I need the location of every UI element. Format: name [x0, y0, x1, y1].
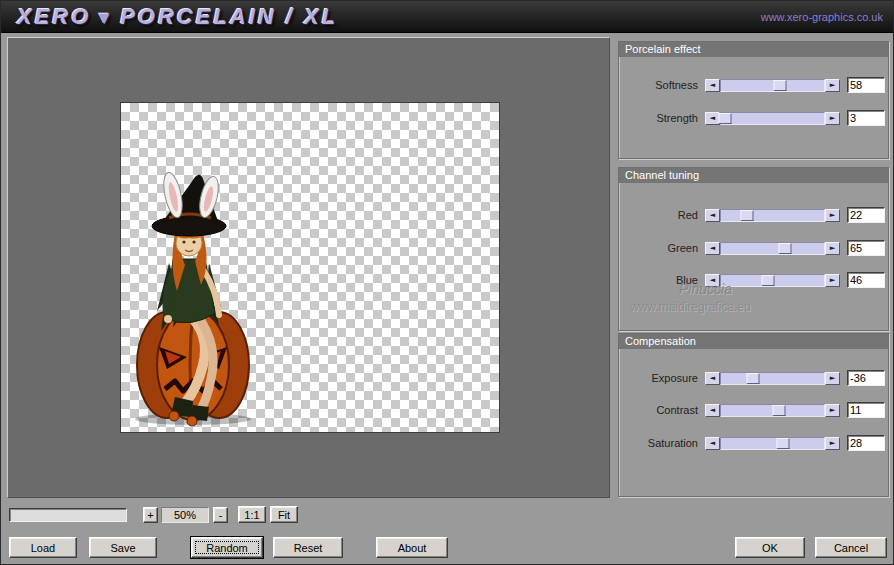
slider-left-arrow-button[interactable]: ◄	[705, 372, 720, 385]
slider-track[interactable]	[720, 209, 825, 222]
zoom-out-button[interactable]: -	[213, 507, 228, 523]
zoom-fit-button[interactable]: Fit	[270, 506, 298, 523]
slider-right-arrow-button[interactable]: ►	[825, 209, 840, 222]
slider-value-input[interactable]	[847, 240, 885, 256]
slider-left-arrow-button[interactable]: ◄	[705, 209, 720, 222]
slider-track[interactable]	[720, 79, 825, 92]
slider-row-red: Red ◄ ►	[619, 207, 885, 223]
zoom-in-button[interactable]: +	[143, 507, 158, 523]
watermark-signature: Pinuccia	[679, 281, 732, 297]
watermark-site: www.maidiregrafica.eu	[630, 300, 751, 314]
group-title: Compensation	[619, 334, 888, 349]
slider-track[interactable]	[720, 437, 825, 450]
slider-right-arrow-button[interactable]: ►	[825, 112, 840, 125]
cancel-button[interactable]: Cancel	[815, 537, 887, 558]
slider-thumb[interactable]	[773, 80, 786, 91]
slider-left-arrow-button[interactable]: ◄	[705, 437, 720, 450]
slider-label: Saturation	[619, 437, 705, 449]
group-title: Channel tuning	[619, 168, 888, 183]
slider-value-input[interactable]	[847, 110, 885, 126]
logo-v-icon: ▼	[95, 8, 116, 28]
slider-right-arrow-button[interactable]: ►	[825, 437, 840, 450]
slider-value-input[interactable]	[847, 435, 885, 451]
slider-thumb[interactable]	[740, 210, 753, 221]
slider-row-softness: Softness ◄ ►	[619, 77, 885, 93]
preview-artwork	[127, 165, 283, 427]
slider-track[interactable]	[720, 242, 825, 255]
random-button[interactable]: Random	[191, 537, 263, 558]
slider-label: Strength	[619, 112, 705, 124]
slider-value-input[interactable]	[847, 370, 885, 386]
reset-button[interactable]: Reset	[273, 537, 343, 558]
slider-track[interactable]	[720, 274, 825, 287]
zoom-actual-size-button[interactable]: 1:1	[238, 506, 266, 523]
app-logo: XERO▼PORCELAIN / XL	[17, 4, 338, 30]
slider-row-strength: Strength ◄ ►	[619, 110, 885, 126]
group-channel-tuning: Channel tuning Red ◄ ► Green ◄ ► Blue ◄	[618, 167, 889, 331]
slider-row-blue: Blue ◄ ►	[619, 272, 885, 288]
slider-left-arrow-button[interactable]: ◄	[705, 404, 720, 417]
slider-right-arrow-button[interactable]: ►	[825, 79, 840, 92]
slider-value-input[interactable]	[847, 402, 885, 418]
slider-row-exposure: Exposure ◄ ►	[619, 370, 885, 386]
preview-image[interactable]	[120, 102, 500, 433]
slider-thumb[interactable]	[719, 113, 732, 124]
slider-thumb[interactable]	[772, 405, 785, 416]
slider-left-arrow-button[interactable]: ◄	[705, 242, 720, 255]
slider-left-arrow-button[interactable]: ◄	[705, 79, 720, 92]
slider-label: Softness	[619, 79, 705, 91]
slider-value-input[interactable]	[847, 272, 885, 288]
slider-track[interactable]	[720, 404, 825, 417]
slider-track[interactable]	[720, 112, 825, 125]
zoom-level-display: 50%	[161, 507, 209, 523]
progress-bar	[9, 508, 127, 522]
group-title: Porcelain effect	[619, 42, 888, 57]
group-compensation: Compensation Exposure ◄ ► Contrast ◄ ► S…	[618, 333, 889, 497]
slider-row-saturation: Saturation ◄ ►	[619, 435, 885, 451]
plugin-window: XERO▼PORCELAIN / XL www.xero-graphics.co…	[0, 0, 894, 565]
slider-right-arrow-button[interactable]: ►	[825, 242, 840, 255]
slider-label: Contrast	[619, 404, 705, 416]
slider-value-input[interactable]	[847, 77, 885, 93]
slider-row-green: Green ◄ ►	[619, 240, 885, 256]
about-button[interactable]: About	[376, 537, 448, 558]
slider-row-contrast: Contrast ◄ ►	[619, 402, 885, 418]
logo-text-xero: XERO	[17, 4, 91, 29]
slider-label: Red	[619, 209, 705, 221]
slider-thumb[interactable]	[776, 438, 789, 449]
slider-track[interactable]	[720, 372, 825, 385]
slider-label: Green	[619, 242, 705, 254]
slider-label: Exposure	[619, 372, 705, 384]
logo-text-porcelain: PORCELAIN / XL	[120, 4, 338, 29]
slider-value-input[interactable]	[847, 207, 885, 223]
save-button[interactable]: Save	[89, 537, 157, 558]
ok-button[interactable]: OK	[735, 537, 805, 558]
slider-thumb[interactable]	[762, 275, 775, 286]
load-button[interactable]: Load	[9, 537, 77, 558]
group-porcelain-effect: Porcelain effect Softness ◄ ► Strength ◄…	[618, 41, 889, 159]
slider-right-arrow-button[interactable]: ►	[825, 274, 840, 287]
slider-thumb[interactable]	[778, 243, 791, 254]
slider-thumb[interactable]	[746, 373, 759, 384]
header-bar: XERO▼PORCELAIN / XL www.xero-graphics.co…	[1, 1, 893, 33]
slider-right-arrow-button[interactable]: ►	[825, 372, 840, 385]
slider-right-arrow-button[interactable]: ►	[825, 404, 840, 417]
website-link[interactable]: www.xero-graphics.co.uk	[761, 11, 883, 23]
preview-panel	[7, 37, 610, 498]
